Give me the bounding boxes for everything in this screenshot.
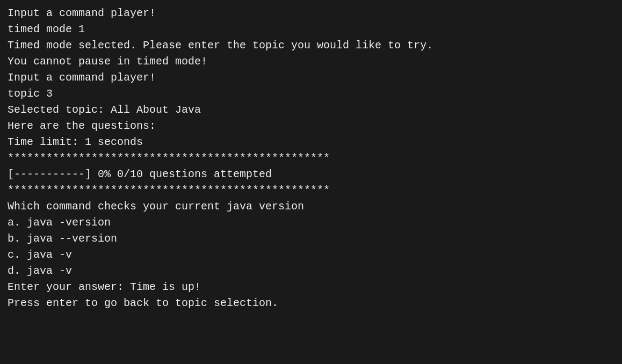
- terminal-line: Input a command player!: [8, 5, 614, 21]
- terminal-line: Press enter to go back to topic selectio…: [8, 295, 614, 311]
- terminal-line: Timed mode selected. Please enter the to…: [8, 38, 614, 54]
- terminal-line: ****************************************…: [8, 183, 614, 199]
- terminal-line: d. java -v: [8, 263, 614, 279]
- terminal-line: topic 3: [8, 86, 614, 102]
- terminal-line: [-----------] 0% 0/10 questions attempte…: [8, 166, 614, 183]
- terminal-line: You cannot pause in timed mode!: [8, 54, 614, 70]
- terminal-line: timed mode 1: [8, 21, 614, 38]
- terminal-line: Input a command player!: [8, 70, 614, 86]
- terminal-line: a. java -version: [8, 215, 614, 231]
- terminal-line: Enter your answer: Time is up!: [8, 279, 614, 295]
- terminal-line: Which command checks your current java v…: [8, 199, 614, 215]
- terminal-line: Time limit: 1 seconds: [8, 134, 614, 150]
- terminal-line: c. java -v: [8, 247, 614, 263]
- terminal-line: ****************************************…: [8, 150, 614, 166]
- terminal-line: Here are the questions:: [8, 118, 614, 134]
- terminal-line: b. java --version: [8, 231, 614, 247]
- terminal-output: Input a command player!timed mode 1Timed…: [8, 5, 614, 311]
- terminal-line: Selected topic: All About Java: [8, 102, 614, 118]
